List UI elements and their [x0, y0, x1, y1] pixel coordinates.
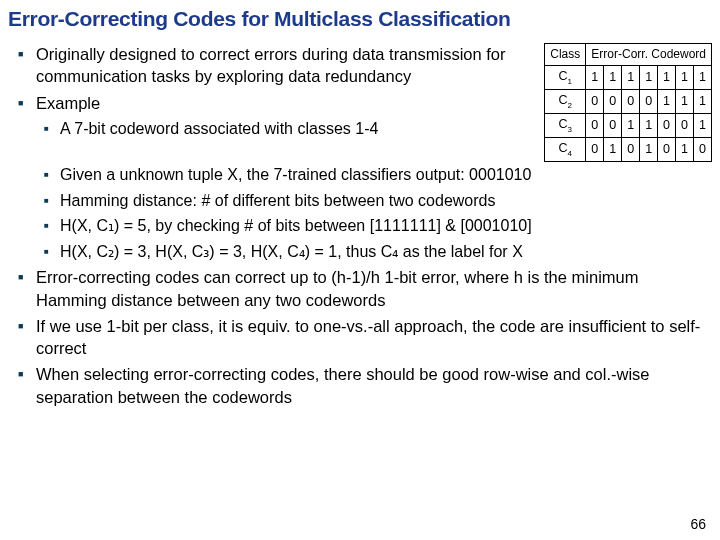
class-cell: C3: [545, 113, 586, 137]
bit-cell: 1: [604, 65, 622, 89]
table-row: C20000111: [545, 89, 712, 113]
square-bullet-icon: ■: [18, 272, 36, 282]
table-row: C40101010: [545, 137, 712, 161]
bit-cell: 1: [604, 137, 622, 161]
bit-cell: 0: [658, 137, 676, 161]
list-item: ■ A 7-bit codeword associated with class…: [44, 118, 538, 140]
sub-bullet-list-rest: ■ Given a unknown tuple X, the 7-trained…: [8, 164, 712, 262]
slide: Error-Correcting Codes for Multiclass Cl…: [0, 0, 720, 540]
bit-cell: 0: [586, 113, 604, 137]
top-row: ■ Originally designed to correct errors …: [8, 43, 712, 162]
bit-cell: 1: [640, 65, 658, 89]
list-item: ■ If we use 1-bit per class, it is equiv…: [18, 315, 712, 360]
bit-cell: 1: [676, 65, 694, 89]
bit-cell: 1: [622, 113, 640, 137]
table-header-codeword: Error-Corr. Codeword: [586, 44, 712, 65]
page-title: Error-Correcting Codes for Multiclass Cl…: [8, 6, 712, 31]
sub-bullet-list-top: ■ A 7-bit codeword associated with class…: [8, 118, 538, 140]
table-row: C30011001: [545, 113, 712, 137]
bit-cell: 0: [604, 113, 622, 137]
list-item: ■ Hamming distance: # of different bits …: [44, 190, 712, 212]
bullet-text: Originally designed to correct errors du…: [36, 43, 538, 88]
bit-cell: 1: [676, 89, 694, 113]
square-bullet-icon: ■: [44, 196, 60, 205]
square-bullet-icon: ■: [44, 247, 60, 256]
bullet-text: H(X, C₂) = 3, H(X, C₃) = 3, H(X, C₄) = 1…: [60, 241, 712, 263]
bullet-text: Example: [36, 92, 538, 114]
bit-cell: 1: [586, 65, 604, 89]
square-bullet-icon: ■: [18, 369, 36, 379]
bit-cell: 1: [694, 113, 712, 137]
bit-cell: 0: [658, 113, 676, 137]
square-bullet-icon: ■: [44, 124, 60, 133]
bit-cell: 1: [622, 65, 640, 89]
table-header-class: Class: [545, 44, 586, 65]
bullet-text: Error-correcting codes can correct up to…: [36, 266, 712, 311]
list-item: ■ Error-correcting codes can correct up …: [18, 266, 712, 311]
table-header-row: Class Error-Corr. Codeword: [545, 44, 712, 65]
content-area: ■ Originally designed to correct errors …: [8, 43, 712, 408]
codeword-table: Class Error-Corr. Codeword C11111111C200…: [544, 43, 712, 162]
bit-cell: 1: [640, 113, 658, 137]
list-item: ■ H(X, C₁) = 5, by checking # of bits be…: [44, 215, 712, 237]
class-cell: C4: [545, 137, 586, 161]
bullet-text: When selecting error-correcting codes, t…: [36, 363, 712, 408]
square-bullet-icon: ■: [44, 221, 60, 230]
list-item: ■ When selecting error-correcting codes,…: [18, 363, 712, 408]
square-bullet-icon: ■: [18, 98, 36, 108]
class-cell: C1: [545, 65, 586, 89]
bullet-list-top: ■ Originally designed to correct errors …: [8, 43, 538, 114]
list-item: ■ H(X, C₂) = 3, H(X, C₃) = 3, H(X, C₄) =…: [44, 241, 712, 263]
bullet-text: A 7-bit codeword associated with classes…: [60, 118, 538, 140]
bit-cell: 0: [622, 89, 640, 113]
bit-cell: 1: [676, 137, 694, 161]
bit-cell: 0: [622, 137, 640, 161]
bit-cell: 1: [640, 137, 658, 161]
bit-cell: 1: [658, 89, 676, 113]
bit-cell: 0: [604, 89, 622, 113]
class-cell: C2: [545, 89, 586, 113]
square-bullet-icon: ■: [18, 321, 36, 331]
bit-cell: 0: [586, 89, 604, 113]
square-bullet-icon: ■: [44, 170, 60, 179]
bit-cell: 0: [586, 137, 604, 161]
bit-cell: 0: [640, 89, 658, 113]
top-left-text: ■ Originally designed to correct errors …: [8, 43, 544, 143]
bullet-text: Hamming distance: # of different bits be…: [60, 190, 712, 212]
bit-cell: 1: [694, 89, 712, 113]
bit-cell: 0: [694, 137, 712, 161]
bit-cell: 1: [658, 65, 676, 89]
bullet-text: Given a unknown tuple X, the 7-trained c…: [60, 164, 712, 186]
square-bullet-icon: ■: [18, 49, 36, 59]
bullet-text: H(X, C₁) = 5, by checking # of bits betw…: [60, 215, 712, 237]
bullet-list-bottom: ■ Error-correcting codes can correct up …: [8, 266, 712, 408]
bullet-text: If we use 1-bit per class, it is equiv. …: [36, 315, 712, 360]
list-item: ■ Originally designed to correct errors …: [18, 43, 538, 88]
list-item: ■ Example: [18, 92, 538, 114]
table-row: C11111111: [545, 65, 712, 89]
bit-cell: 0: [676, 113, 694, 137]
page-number: 66: [690, 516, 706, 532]
bit-cell: 1: [694, 65, 712, 89]
codeword-table-wrapper: Class Error-Corr. Codeword C11111111C200…: [544, 43, 712, 162]
list-item: ■ Given a unknown tuple X, the 7-trained…: [44, 164, 712, 186]
